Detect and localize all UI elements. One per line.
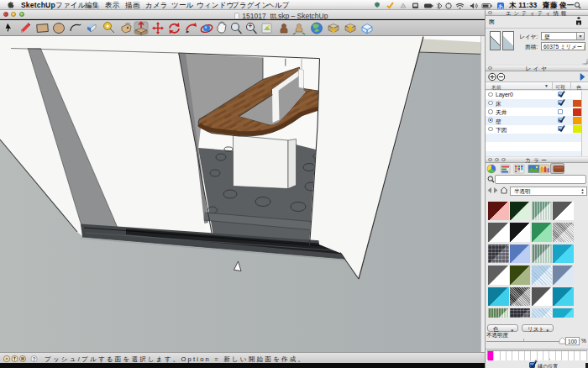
svg-text:あ: あ [497, 3, 503, 9]
svg-text:?: ? [33, 355, 36, 361]
